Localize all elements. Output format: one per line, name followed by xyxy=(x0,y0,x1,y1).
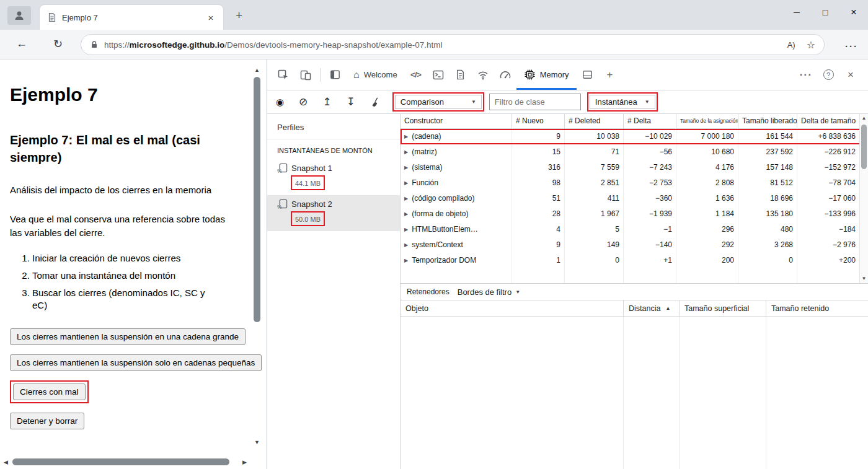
sources-icon[interactable] xyxy=(450,64,472,85)
close-window-button[interactable]: × xyxy=(839,0,868,25)
perspective-select[interactable]: Comparison ▼ xyxy=(395,95,482,109)
disclosure-icon[interactable]: ▶ xyxy=(404,175,408,191)
scrollbar-thumb[interactable] xyxy=(12,458,229,465)
scroll-up-icon[interactable]: ▲ xyxy=(862,114,867,123)
home-icon: ⌂ xyxy=(353,69,360,81)
network-icon[interactable] xyxy=(472,64,494,85)
scroll-down-icon[interactable]: ▼ xyxy=(252,438,262,447)
step-item: Iniciar la creación de nuevos cierres xyxy=(32,252,221,265)
disclosure-icon[interactable]: ▶ xyxy=(404,160,408,175)
layout-panel-icon[interactable] xyxy=(577,64,599,85)
table-cell: −2 976 xyxy=(797,237,860,253)
page-vertical-scrollbar[interactable]: ▲ ▼ xyxy=(252,66,262,447)
table-row[interactable]: ▶(código compilado)51411−3601 63618 696−… xyxy=(401,191,868,206)
load-profile-icon[interactable]: ↥ xyxy=(322,95,331,108)
column-header[interactable]: # Delta xyxy=(624,114,676,129)
class-filter-input[interactable] xyxy=(489,94,581,110)
browser-tab[interactable]: Ejemplo 7 × xyxy=(40,5,223,30)
maximize-button[interactable]: □ xyxy=(811,0,839,25)
tab-memory[interactable]: Memory xyxy=(516,59,577,90)
page-button[interactable]: Detener y borrar xyxy=(10,413,84,429)
disclosure-icon[interactable]: ▶ xyxy=(404,129,408,144)
elements-icon[interactable]: </> xyxy=(405,64,427,85)
minimize-button[interactable]: ─ xyxy=(782,0,811,25)
column-header[interactable]: Distancia▲ xyxy=(624,300,680,316)
scroll-left-icon[interactable]: ◀ xyxy=(1,458,11,467)
table-row[interactable]: ▶(sistema)3167 559−7 2434 176157 148−152… xyxy=(401,160,868,175)
scroll-down-icon[interactable]: ▼ xyxy=(862,274,867,283)
table-cell xyxy=(766,317,868,469)
help-icon[interactable]: ? xyxy=(817,64,839,85)
comparison-select-highlight: Comparison ▼ xyxy=(392,92,484,112)
add-panel-icon[interactable]: + xyxy=(599,64,621,85)
tab-welcome[interactable]: ⌂ Welcome xyxy=(346,59,405,90)
record-heap-snapshot-icon[interactable]: ◉ xyxy=(276,97,284,108)
constructor-name: (matriz) xyxy=(412,144,437,160)
disclosure-icon[interactable]: ▶ xyxy=(404,237,408,253)
back-button[interactable]: ← xyxy=(16,37,27,50)
column-header[interactable]: # Deleted xyxy=(565,114,624,129)
snapshot-name: Snapshot 1 xyxy=(291,164,332,173)
snapshot-item[interactable]: %Snapshot 250.0 MB xyxy=(267,195,400,231)
scroll-up-icon[interactable]: ▲ xyxy=(252,66,262,74)
column-header[interactable]: Objeto xyxy=(401,300,624,316)
new-tab-button[interactable]: + xyxy=(236,9,242,22)
scrollbar-thumb[interactable] xyxy=(254,77,260,322)
column-header[interactable]: Tamaño liberado xyxy=(738,114,797,129)
address-bar[interactable]: https://microsoftedge.github.io/Demos/de… xyxy=(81,34,825,55)
table-scrollbar[interactable]: ▲ ▼ xyxy=(859,114,868,283)
disclosure-icon[interactable]: ▶ xyxy=(404,191,408,206)
scrollbar-thumb[interactable] xyxy=(861,125,867,169)
devtools-menu-icon[interactable]: ··· xyxy=(795,64,817,85)
device-emulation-icon[interactable] xyxy=(294,64,317,85)
table-cell: 292 xyxy=(676,237,738,253)
table-row[interactable]: ▶(matriz)1571−5610 680237 592−226 912 xyxy=(401,144,868,160)
comparison-header: Constructor# Nuevo# Deleted# DeltaTamaño… xyxy=(401,114,868,129)
table-row[interactable]: ▶Función982 851−2 7532 80881 512−78 704 xyxy=(401,175,868,191)
disclosure-icon[interactable]: ▶ xyxy=(404,206,408,222)
column-header[interactable]: Tamaño retenido xyxy=(766,300,868,316)
column-header[interactable]: Delta de tamaño xyxy=(797,114,860,129)
page-button[interactable]: Los cierres mantienen la suspensión en u… xyxy=(10,328,246,345)
activity-bar-toggle-icon[interactable] xyxy=(324,64,346,85)
inspect-icon[interactable] xyxy=(272,64,294,85)
page-horizontal-scrollbar[interactable]: ◀ ▶ xyxy=(1,457,249,467)
scroll-right-icon[interactable]: ▶ xyxy=(240,458,249,467)
table-row[interactable]: ▶(cadena)910 038−10 0297 000 180161 544+… xyxy=(401,129,868,144)
disclosure-icon[interactable]: ▶ xyxy=(404,144,408,160)
page-button[interactable]: Los cierres mantienen la suspensión solo… xyxy=(10,354,262,371)
reload-button[interactable]: ↻ xyxy=(53,37,63,51)
base-snapshot-select[interactable]: Instantánea ▼ xyxy=(590,95,655,109)
profile-avatar[interactable] xyxy=(7,6,31,25)
divider xyxy=(320,68,321,82)
disclosure-icon[interactable]: ▶ xyxy=(404,222,408,237)
close-devtools-icon[interactable]: × xyxy=(839,64,862,85)
table-cell: +200 xyxy=(797,253,860,268)
snapshot-size: 50.0 MB xyxy=(295,216,321,223)
performance-icon[interactable] xyxy=(494,64,516,85)
table-row[interactable]: ▶HTMLButtonElem…45−1296480−184 xyxy=(401,222,868,237)
table-row[interactable]: ▶Temporizador DOM10+12000+200 xyxy=(401,253,868,268)
snapshot-item[interactable]: %Snapshot 144.1 MB xyxy=(267,159,400,195)
console-icon[interactable] xyxy=(427,64,450,85)
disclosure-icon[interactable]: ▶ xyxy=(404,253,408,268)
table-row[interactable]: ▶system/Context9149−1402923 268−2 976 xyxy=(401,237,868,253)
column-header[interactable]: Constructor xyxy=(401,114,512,129)
favorites-star-icon[interactable]: ☆ xyxy=(807,39,815,51)
table-cell: 296 xyxy=(676,222,738,237)
comparison-rows: ▶(cadena)910 038−10 0297 000 180161 544+… xyxy=(401,129,868,268)
collect-garbage-icon[interactable] xyxy=(370,97,381,108)
save-profile-icon[interactable]: ↧ xyxy=(347,95,355,108)
table-cell: −78 704 xyxy=(797,175,860,191)
column-header[interactable]: Tamaño de la asignación xyxy=(676,114,738,129)
browser-menu-icon[interactable]: ··· xyxy=(845,41,858,51)
page-button[interactable]: Cierres con mal xyxy=(13,384,86,400)
retainers-filter-select[interactable]: Bordes de filtro ▼ xyxy=(458,287,520,297)
tab-close-icon[interactable]: × xyxy=(205,11,217,24)
clear-profiles-icon[interactable]: ⊘ xyxy=(299,95,308,108)
table-row[interactable]: ▶(forma de objeto)281 967−1 9391 184135 … xyxy=(401,206,868,222)
read-aloud-icon[interactable]: A) xyxy=(787,40,795,50)
table-cell: 15 xyxy=(512,144,565,160)
column-header[interactable]: # Nuevo xyxy=(512,114,565,129)
column-header[interactable]: Tamaño superficial xyxy=(680,300,766,316)
